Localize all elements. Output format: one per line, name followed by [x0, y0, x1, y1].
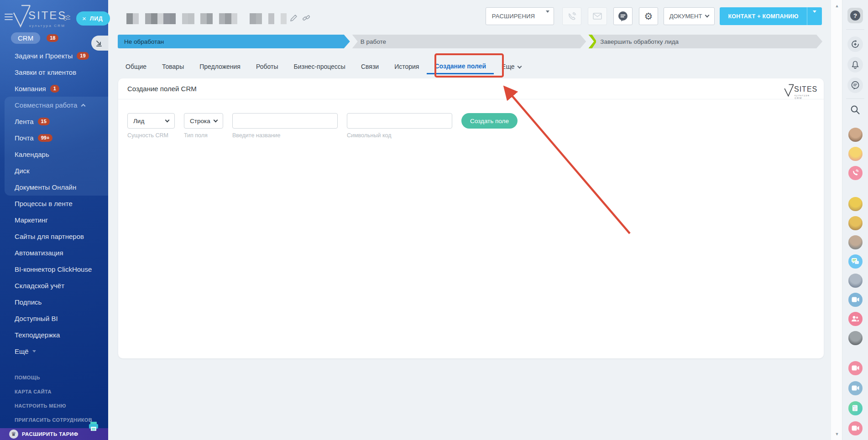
- sidebar-item-label: Календарь: [15, 150, 49, 158]
- contact-company-button[interactable]: КОНТАКТ + КОМПАНИЮ: [720, 7, 822, 25]
- extensions-dropdown-caret[interactable]: [541, 13, 554, 20]
- activity-button[interactable]: [847, 36, 863, 52]
- sidebar-item-label: Диск: [15, 167, 30, 175]
- chat-avatar-5[interactable]: [847, 330, 863, 346]
- scroll-up-icon[interactable]: ▲: [831, 4, 843, 8]
- crown-icon: ♛: [9, 430, 18, 439]
- tab-еще[interactable]: Еще: [494, 59, 529, 74]
- chat-avatar-3[interactable]: [847, 234, 863, 250]
- chat-circle-icon: [617, 11, 628, 22]
- chat-avatar-1[interactable]: [847, 127, 863, 142]
- edit-pencil-icon[interactable]: [290, 14, 298, 22]
- sidebar-menu: Задачи и Проекты19Заявки от клиентовКомп…: [0, 47, 108, 359]
- sidebar-item-more[interactable]: Ещё: [0, 343, 108, 359]
- call-button[interactable]: [562, 7, 581, 25]
- sidebar-footer-help[interactable]: ПОМОЩЬ: [0, 370, 108, 384]
- field-type-select-value: Строка: [190, 118, 210, 124]
- chat-avatar-2[interactable]: [847, 146, 863, 161]
- stage-3[interactable]: Завершить обработку лида: [588, 35, 822, 48]
- page-scrollbar[interactable]: ▲ ▼: [831, 0, 842, 440]
- search-button[interactable]: [847, 102, 863, 118]
- sidebar-collapse-handle[interactable]: [91, 36, 108, 51]
- sidebar-item-sign[interactable]: Подпись: [0, 294, 108, 310]
- redacted-block: [157, 13, 164, 24]
- sidebar-item-mail[interactable]: Почта99+: [0, 129, 108, 146]
- sidebar-item-label: Процессы в ленте: [15, 200, 73, 207]
- video-camera-button[interactable]: [847, 420, 863, 436]
- group-avatar-1[interactable]: [847, 196, 863, 212]
- news-doc-button[interactable]: [847, 400, 863, 416]
- document-button[interactable]: ДОКУМЕНТ: [664, 7, 715, 25]
- redacted-block: [182, 13, 188, 24]
- redacted-block: [126, 13, 133, 24]
- video-camera-button[interactable]: [847, 380, 863, 396]
- redacted-block: [231, 13, 238, 24]
- messenger-button[interactable]: [847, 78, 863, 93]
- entity-type-pill[interactable]: × ЛИД: [76, 11, 110, 26]
- close-icon[interactable]: ×: [82, 15, 86, 22]
- scroll-down-icon[interactable]: ▼: [831, 432, 843, 436]
- printer-icon[interactable]: [88, 420, 99, 432]
- tab-предложения[interactable]: Предложения: [192, 59, 248, 74]
- sidebar-item-bi-clickhouse[interactable]: BI-коннектор ClickHouse: [0, 261, 108, 277]
- redacted-block: [170, 13, 176, 24]
- sidebar-item-client-requests[interactable]: Заявки от клиентов: [0, 64, 108, 80]
- sidebar-item-crm[interactable]: CRM: [11, 32, 40, 44]
- tab-label: Товары: [162, 63, 184, 70]
- sidebar-item-bi[interactable]: Доступный BI: [0, 310, 108, 326]
- avatar: [848, 274, 863, 288]
- settings-button[interactable]: ⚙: [639, 7, 658, 25]
- stage-2[interactable]: В работе: [352, 35, 586, 48]
- copy-link-icon[interactable]: [302, 14, 310, 22]
- sidebar-item-tasks[interactable]: Задачи и Проекты19: [0, 47, 108, 64]
- tab-товары[interactable]: Товары: [154, 59, 192, 74]
- tab-история[interactable]: История: [387, 59, 427, 74]
- sidebar-item-docs-online[interactable]: Документы Онлайн: [0, 179, 108, 195]
- video-camera-button[interactable]: [847, 360, 863, 376]
- tab-бизнес-процессы[interactable]: Бизнес-процессы: [286, 59, 353, 74]
- sidebar-item-support[interactable]: Техподдержка: [0, 326, 108, 343]
- help-button[interactable]: ?: [847, 8, 863, 23]
- extensions-button[interactable]: РАСШИРЕНИЯ: [486, 7, 554, 25]
- sidebar-item-marketing[interactable]: Маркетинг: [0, 212, 108, 228]
- panel-title: Создание полей CRM: [127, 85, 197, 93]
- settings-sliders-icon[interactable]: [63, 15, 70, 21]
- video-camera-button[interactable]: [847, 292, 863, 307]
- chat-avatar-4[interactable]: [847, 273, 863, 288]
- tab-роботы[interactable]: Роботы: [248, 59, 286, 74]
- notifications-button[interactable]: [847, 57, 863, 72]
- right-rail: ?: [842, 0, 868, 440]
- redacted-block: [274, 13, 281, 24]
- sidebar-item-automation[interactable]: Автоматизация: [0, 244, 108, 261]
- sidebar-item-feed[interactable]: Лента15: [0, 113, 108, 129]
- stage-1[interactable]: Не обработан: [118, 35, 350, 48]
- sidebar-footer-sitemap[interactable]: КАРТА САЙТА: [0, 384, 108, 399]
- gear-icon: ⚙: [644, 11, 653, 21]
- rail-divider: [846, 29, 864, 30]
- sidebar-item-collaboration[interactable]: Совместная работа: [0, 97, 108, 113]
- create-field-button[interactable]: Создать поле: [461, 113, 518, 129]
- tab-создание-полей[interactable]: Создание полей: [427, 59, 494, 74]
- sidebar-item-disk[interactable]: Диск: [0, 162, 108, 179]
- field-type-select[interactable]: Строка: [184, 113, 223, 129]
- sidebar-item-partner-sites[interactable]: Сайты для партнеров: [0, 228, 108, 244]
- field-name-input[interactable]: [232, 113, 338, 129]
- entity-select[interactable]: Лид: [127, 113, 175, 129]
- tab-общие[interactable]: Общие: [118, 59, 154, 74]
- redacted-block: [256, 13, 262, 24]
- chat-bubbles-button[interactable]: [847, 254, 863, 269]
- sidebar-item-feed-processes[interactable]: Процессы в ленте: [0, 195, 108, 212]
- chat-button[interactable]: [613, 7, 633, 25]
- sidebar-footer-customize-menu[interactable]: НАСТРОИТЬ МЕНЮ: [0, 399, 108, 413]
- stage-accent: [588, 35, 596, 48]
- phone-call-button[interactable]: [847, 165, 863, 181]
- sidebar-item-calendar[interactable]: Календарь: [0, 146, 108, 162]
- sidebar-item-inventory[interactable]: Складской учёт: [0, 277, 108, 294]
- field-code-input[interactable]: [347, 113, 452, 129]
- email-button[interactable]: [588, 7, 607, 25]
- users-group-button[interactable]: [847, 311, 863, 326]
- group-avatar-2[interactable]: [847, 215, 863, 231]
- contact-company-caret[interactable]: [807, 13, 822, 20]
- tab-связи[interactable]: Связи: [353, 59, 387, 74]
- sidebar-item-company[interactable]: Компания1: [0, 80, 108, 97]
